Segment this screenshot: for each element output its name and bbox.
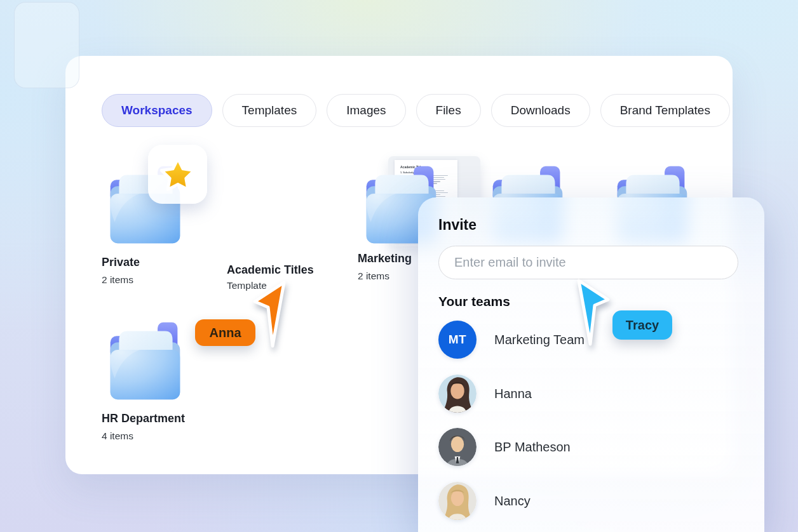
team-row-hanna[interactable]: Hanna — [438, 375, 743, 413]
avatar-bp-matheson — [438, 428, 477, 466]
tab-templates[interactable]: Templates — [222, 94, 317, 127]
background-ghost-card — [14, 2, 79, 88]
star-icon — [158, 155, 198, 194]
member-name: Hanna — [494, 387, 532, 401]
folder-icon — [102, 317, 189, 404]
tab-brand-templates[interactable]: Brand Templates — [600, 94, 730, 127]
tab-images[interactable]: Images — [327, 94, 405, 127]
tab-label: Downloads — [511, 103, 571, 117]
portrait-hanna-icon — [438, 375, 477, 413]
folder-item-count: 4 items — [102, 430, 203, 442]
invite-email-input[interactable] — [438, 246, 738, 279]
category-tabs: Workspaces Templates Images Files Downlo… — [102, 94, 730, 127]
avatar-marketing-team: MT — [438, 321, 477, 359]
tab-label: Templates — [242, 103, 297, 117]
cursor-name: Tracy — [626, 318, 659, 333]
template-name: Academic Titles — [227, 263, 354, 277]
team-row-marketing-team[interactable]: MT Marketing Team — [438, 321, 743, 359]
tab-files[interactable]: Files — [416, 94, 481, 127]
avatar-hanna — [438, 375, 477, 413]
avatar-nancy — [438, 482, 477, 520]
member-name: Marketing Team — [494, 333, 585, 347]
folder-name: HR Department — [102, 412, 203, 425]
tab-downloads[interactable]: Downloads — [491, 94, 590, 127]
team-row-bp-matheson[interactable]: BP Matheson — [438, 428, 743, 466]
folder-name: Private — [102, 256, 203, 269]
cursor-name: Anna — [210, 326, 241, 340]
invite-panel: Invite Your teams MT Marketing Team — [418, 197, 764, 532]
tab-label: Workspaces — [121, 103, 193, 117]
invite-panel-title: Invite — [438, 216, 477, 234]
screen: Workspaces Templates Images Files Downlo… — [0, 0, 798, 532]
folder-card-private[interactable]: Private 2 items — [102, 161, 203, 286]
folder-card-hr-department[interactable]: HR Department 4 items — [102, 317, 203, 442]
portrait-nancy-icon — [438, 482, 477, 520]
avatar-initials: MT — [449, 333, 466, 347]
tab-label: Images — [346, 103, 386, 117]
tab-workspaces[interactable]: Workspaces — [102, 94, 212, 127]
tab-label: Brand Templates — [620, 103, 710, 117]
team-row-nancy[interactable]: Nancy — [438, 482, 743, 520]
portrait-bp-matheson-icon — [438, 428, 477, 466]
your-teams-heading: Your teams — [438, 294, 510, 309]
template-type: Template — [227, 280, 267, 291]
tab-label: Files — [436, 103, 461, 117]
member-name: Nancy — [494, 494, 531, 509]
member-name: BP Matheson — [494, 440, 571, 455]
favorite-badge — [148, 145, 207, 204]
collaborator-label-tracy: Tracy — [612, 310, 672, 340]
folder-item-count: 2 items — [102, 274, 203, 286]
collaborator-label-anna: Anna — [195, 319, 255, 346]
